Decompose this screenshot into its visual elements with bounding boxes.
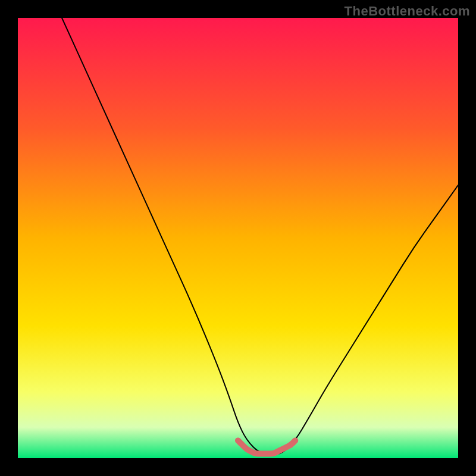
- gradient-background: [18, 18, 458, 458]
- chart-plot: [18, 18, 458, 458]
- watermark-text: TheBottleneck.com: [345, 4, 470, 19]
- chart-svg: [18, 18, 458, 458]
- chart-frame: TheBottleneck.com: [0, 0, 476, 476]
